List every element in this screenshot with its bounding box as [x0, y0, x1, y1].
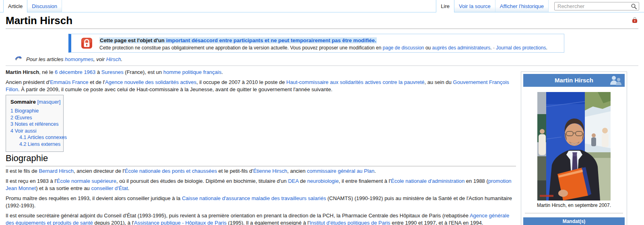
page-protection-lock-icon — [632, 17, 638, 25]
search-input[interactable] — [554, 2, 639, 10]
section-heading-biographie: Biographie — [6, 153, 516, 166]
politician-people-icon — [609, 75, 623, 90]
link[interactable]: École nationale des ponts et chaussées — [125, 168, 217, 174]
view-tabs: Lire Voir la source Afficher l'historiqu… — [436, 0, 639, 12]
link[interactable]: Caisse nationale d'assurance maladie des… — [182, 195, 326, 201]
title-divider — [6, 29, 638, 29]
toc-title: Sommaire [masquer] — [10, 99, 59, 105]
infobox-header: Martin Hirsch — [523, 74, 625, 87]
protection-banner: Cette page est l'objet d'un important dé… — [68, 34, 564, 53]
infobox-title: Martin Hirsch — [555, 77, 593, 84]
link[interactable]: Institut d'études politiques de Paris — [310, 220, 390, 225]
link[interactable]: page de discussion — [383, 45, 424, 51]
infobox-divider — [525, 213, 623, 213]
infobox: Martin Hirsch — [521, 72, 627, 225]
search-box — [554, 2, 639, 10]
lead-paragraph-1: Martin Hirsch, né le 6 décembre 1963 à S… — [6, 69, 516, 76]
link[interactable]: auprès des administrateurs — [432, 45, 491, 51]
link[interactable]: École normale supérieure — [57, 178, 116, 184]
bio-paragraph-1: Il est le fils de Bernard Hirsch, ancien… — [6, 168, 516, 175]
bio-paragraph-3: Promu maître des requêtes en 1993, il de… — [6, 195, 516, 209]
toc-item-notes[interactable]: 3 Notes et références — [10, 121, 59, 128]
link[interactable]: École nationale d'administration — [391, 178, 464, 184]
link[interactable]: Bernard Hirsch — [39, 168, 74, 174]
toc-item-liens-externes[interactable]: 4.2 Liens externes — [19, 141, 59, 148]
lead-paragraph-2: Ancien président d'Emmaüs France et de l… — [6, 79, 516, 93]
link[interactable]: Hirsch — [106, 56, 121, 62]
page-title: Martin Hirsch — [6, 14, 72, 27]
link[interactable]: 6 décembre — [55, 69, 83, 75]
tab-lire[interactable]: Lire — [436, 0, 454, 12]
link[interactable]: Emmaüs France — [50, 79, 88, 85]
toc-item-oeuvres[interactable]: 2 Œuvres — [10, 115, 59, 121]
link[interactable]: commissaire général au Plan — [307, 168, 375, 174]
banner-lock-icon — [80, 37, 93, 51]
link[interactable]: Journal des protections — [496, 45, 546, 51]
tab-afficher-historique[interactable]: Afficher l'historique — [495, 0, 549, 12]
banner-line2: Cette protection ne constitue pas obliga… — [99, 45, 564, 51]
namespace-tabs: Article Discussion — [3, 0, 62, 12]
toc-item-voir-aussi[interactable]: 4 Voir aussi — [10, 128, 59, 135]
toc-item-articles-connexes[interactable]: 4.1 Articles connexes — [19, 134, 59, 141]
link[interactable]: Suresnes — [101, 69, 124, 75]
biography-section: Il est le fils de Bernard Hirsch, ancien… — [6, 168, 516, 225]
link[interactable]: français — [203, 69, 222, 75]
banner-line1: Cette page est l'objet d'un important dé… — [99, 37, 377, 43]
mandates-header: Mandat(s) — [523, 217, 625, 225]
link[interactable]: conseiller d'État — [91, 185, 128, 191]
lead-section: Martin Hirsch, né le 6 décembre 1963 à S… — [6, 69, 516, 96]
toc-title-label: Sommaire — [10, 99, 36, 105]
link[interactable]: Assistance publique - Hôpitaux de Paris — [134, 220, 227, 225]
tab-discussion[interactable]: Discussion — [27, 0, 62, 12]
bio-paragraph-2: Il est reçu en 1983 à l'École normale su… — [6, 178, 516, 192]
link[interactable]: neurobiologie — [307, 178, 339, 184]
hatnote-text: Pour les articles homonymes, voir Hirsch… — [26, 56, 122, 62]
banner-text: Cette page est l'objet d'un important dé… — [99, 34, 564, 51]
link[interactable]: homme politique — [163, 69, 202, 75]
hatnote: Pour les articles homonymes, voir Hirsch… — [15, 56, 122, 62]
table-of-contents: Sommaire [masquer] 1 Biographie 2 Œuvres… — [6, 95, 64, 152]
toc-toggle[interactable]: [masquer] — [37, 99, 61, 105]
link[interactable]: 1963 — [84, 69, 95, 75]
portrait-photo — [537, 92, 611, 200]
disambiguation-icon — [15, 56, 23, 62]
tab-voir-la-source[interactable]: Voir la source — [454, 0, 495, 12]
toc-item-biographie[interactable]: 1 Biographie — [10, 108, 59, 115]
link[interactable]: homonymes — [65, 56, 93, 62]
link[interactable]: DEA — [288, 178, 299, 184]
link[interactable]: Haut-commissaire aux solidarités actives… — [286, 79, 424, 85]
tab-article[interactable]: Article — [3, 0, 27, 12]
tab-bar: Article Discussion Lire Voir la source A… — [0, 0, 644, 12]
bio-paragraph-4: Il est ensuite secrétaire général adjoin… — [6, 212, 516, 225]
search-icon[interactable] — [631, 3, 637, 10]
link[interactable]: important désaccord entre participants e… — [166, 37, 376, 43]
lead-divider — [6, 65, 638, 66]
wikipedia-article-page: Article Discussion Lire Voir la source A… — [0, 0, 644, 225]
link[interactable]: Étienne Hirsch — [253, 168, 287, 174]
link[interactable]: Agence nouvelle des solidarités actives — [105, 79, 196, 85]
photo-caption: Martin Hirsch, en septembre 2007. — [523, 202, 625, 208]
